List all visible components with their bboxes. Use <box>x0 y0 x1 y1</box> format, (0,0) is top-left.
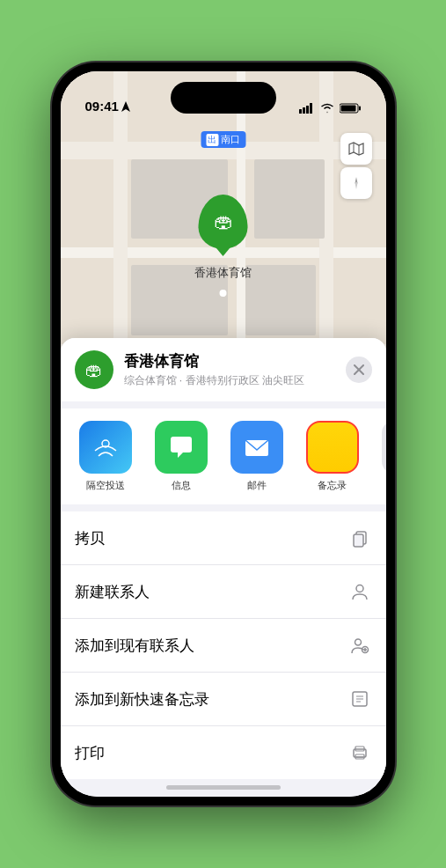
add-existing-label: 添加到现有联系人 <box>75 636 194 656</box>
marker-dot <box>220 290 227 297</box>
location-subtitle: 综合体育馆 · 香港特别行政区 油尖旺区 <box>124 373 335 388</box>
mail-label: 邮件 <box>247 479 267 492</box>
action-copy[interactable]: 拷贝 <box>61 511 386 565</box>
venue-emoji: 🏟 <box>85 360 103 380</box>
svg-rect-2 <box>303 107 305 114</box>
svg-rect-6 <box>359 107 361 111</box>
close-icon <box>354 364 364 375</box>
svg-rect-4 <box>310 103 312 114</box>
person-icon <box>347 579 372 604</box>
mail-icon <box>242 432 272 462</box>
person-add-icon <box>347 633 372 658</box>
marker-label: 香港体育馆 <box>194 265 252 281</box>
location-info: 香港体育馆 综合体育馆 · 香港特别行政区 油尖旺区 <box>124 351 335 388</box>
copy-svg <box>350 528 369 548</box>
notes-label: 备忘录 <box>318 479 347 492</box>
status-icons <box>299 103 362 114</box>
print-icon <box>347 740 372 765</box>
person-add-svg <box>350 636 369 655</box>
mail-icon-wrap <box>230 421 283 474</box>
action-print[interactable]: 打印 <box>61 726 386 779</box>
share-item-mail[interactable]: 邮件 <box>226 421 288 492</box>
notes-icon-wrap <box>306 421 359 474</box>
map-type-button[interactable] <box>340 133 372 165</box>
svg-point-19 <box>356 585 363 592</box>
battery-icon <box>340 103 362 114</box>
airdrop-icon-wrap <box>79 421 132 474</box>
location-venue-icon: 🏟 <box>75 350 113 389</box>
location-arrow-icon <box>121 101 130 112</box>
signal-icon <box>299 103 315 114</box>
add-note-label: 添加到新快速备忘录 <box>75 689 209 710</box>
note-icon <box>347 687 372 711</box>
svg-rect-7 <box>340 106 355 112</box>
location-card: 🏟 香港体育馆 综合体育馆 · 香港特别行政区 油尖旺区 <box>61 338 386 401</box>
home-indicator <box>166 785 281 790</box>
map-icon <box>347 140 365 158</box>
action-add-note[interactable]: 添加到新快速备忘录 <box>61 673 386 726</box>
marker-pin: 🏟 <box>199 195 248 249</box>
time-label: 09:41 <box>85 99 119 114</box>
wifi-icon <box>320 103 334 114</box>
new-contact-label: 新建联系人 <box>75 582 150 602</box>
svg-point-20 <box>355 639 361 645</box>
location-button[interactable] <box>340 167 372 199</box>
svg-rect-3 <box>306 106 309 114</box>
action-list: 拷贝 新建联系人 <box>61 511 386 779</box>
airdrop-label: 隔空投送 <box>86 479 125 492</box>
share-row: 隔空投送 信息 <box>61 408 386 504</box>
svg-marker-0 <box>121 101 130 112</box>
messages-label: 信息 <box>172 479 191 492</box>
share-item-messages[interactable]: 信息 <box>150 421 212 492</box>
status-time: 09:41 <box>85 99 130 114</box>
phone-screen: 09:41 <box>61 71 386 797</box>
location-name: 香港体育馆 <box>124 351 335 371</box>
phone-frame: 09:41 <box>52 63 395 805</box>
svg-rect-18 <box>354 534 363 547</box>
messages-icon <box>166 432 196 462</box>
dynamic-island <box>171 82 276 114</box>
map-label: 出 南口 <box>201 131 245 148</box>
action-add-existing[interactable]: 添加到现有联系人 <box>61 619 386 673</box>
stadium-icon: 🏟 <box>214 210 233 233</box>
exit-label: 出 <box>206 134 218 146</box>
share-item-airdrop[interactable]: 隔空投送 <box>75 421 136 492</box>
more-icon-wrap <box>382 421 386 474</box>
airdrop-icon <box>91 433 120 461</box>
bottom-sheet: 🏟 香港体育馆 综合体育馆 · 香港特别行政区 油尖旺区 <box>61 338 386 797</box>
share-item-notes[interactable]: 备忘录 <box>302 421 363 492</box>
copy-label: 拷贝 <box>75 528 105 548</box>
person-svg <box>350 582 369 601</box>
map-controls <box>340 133 372 199</box>
stadium-marker: 🏟 香港体育馆 <box>194 195 252 281</box>
close-button[interactable] <box>346 357 372 383</box>
messages-icon-wrap <box>155 421 208 474</box>
note-svg <box>350 689 369 709</box>
compass-icon <box>348 175 364 191</box>
map-label-text: 南口 <box>221 133 240 146</box>
print-svg <box>350 743 369 762</box>
print-label: 打印 <box>75 743 105 763</box>
share-item-more[interactable]: 推 <box>377 421 386 492</box>
svg-rect-1 <box>299 109 302 114</box>
copy-icon <box>347 526 372 550</box>
notes-lines <box>327 433 338 462</box>
action-new-contact[interactable]: 新建联系人 <box>61 565 386 619</box>
